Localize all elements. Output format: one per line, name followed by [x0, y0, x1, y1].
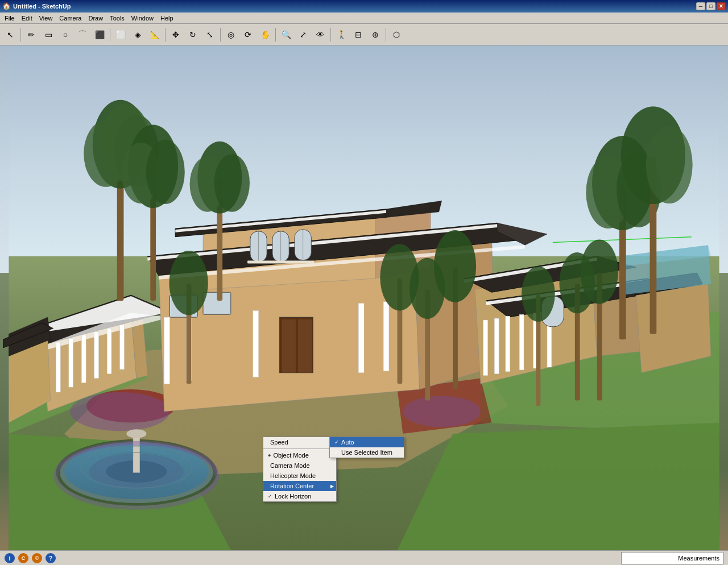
- toolbar-btn-zoom-fit[interactable]: ⤢: [295, 27, 311, 43]
- ctx-speed-label: Speed: [270, 439, 288, 446]
- toolbar-btn-walk[interactable]: 🚶: [333, 27, 349, 43]
- toolbar-sep-6: [110, 28, 110, 41]
- submenu-auto-label: Auto: [341, 439, 354, 446]
- submenu-use-selected[interactable]: ✓ Use Selected Item: [330, 447, 404, 458]
- toolbar-btn-push-pull[interactable]: ⬛: [92, 27, 107, 43]
- toolbar-btn-orbit[interactable]: ⟳: [240, 27, 256, 43]
- context-menu: Speed ▶ ● Object Mode Camera Mode Helico…: [263, 437, 337, 502]
- ctx-rotation-center[interactable]: Rotation Center: [263, 481, 336, 491]
- menu-item-window[interactable]: Window: [128, 14, 157, 23]
- svg-point-105: [434, 230, 476, 302]
- svg-rect-64: [483, 320, 488, 376]
- toolbar: ↖✏▭○⌒⬛⬜◈📐✥↻⤡◎⟳✋🔍⤢👁🚶⊟⊕⬡: [0, 24, 728, 45]
- svg-point-99: [169, 251, 208, 315]
- statusbar-left: i C © ?: [5, 553, 56, 563]
- toolbar-btn-offset[interactable]: ◎: [223, 27, 239, 43]
- submenu-use-selected-label: Use Selected Item: [341, 449, 392, 456]
- toolbar-sep-21: [386, 28, 386, 41]
- submenu-use-selected-check: ✓: [334, 450, 339, 455]
- svg-rect-65: [494, 318, 499, 374]
- toolbar-btn-section[interactable]: ⊟: [350, 27, 366, 43]
- info-icon-cc[interactable]: ©: [32, 553, 42, 563]
- info-icon-i[interactable]: i: [5, 553, 15, 563]
- svg-rect-21: [56, 342, 60, 392]
- 3d-scene: [0, 45, 728, 550]
- svg-rect-55: [383, 302, 389, 371]
- toolbar-btn-component[interactable]: ⬡: [388, 27, 404, 43]
- svg-rect-54: [358, 304, 364, 373]
- svg-point-112: [646, 126, 693, 203]
- submenu-auto[interactable]: ✓ Auto: [330, 437, 404, 447]
- svg-point-12: [70, 392, 170, 431]
- ctx-lock-horizon-label: Lock Horizon: [275, 493, 311, 500]
- titlebar-left: 🏠 Untitled - SketchUp: [2, 2, 71, 10]
- info-icon-c[interactable]: C: [18, 553, 28, 563]
- toolbar-btn-scale[interactable]: ⤡: [202, 27, 218, 43]
- toolbar-btn-eraser[interactable]: ⬜: [113, 27, 129, 43]
- toolbar-sep-18: [330, 28, 331, 41]
- toolbar-btn-pencil[interactable]: ✏: [23, 27, 39, 43]
- ctx-lock-horizon[interactable]: ✓ Lock Horizon: [263, 491, 336, 501]
- menu-item-edit[interactable]: Edit: [18, 14, 36, 23]
- toolbar-sep-15: [275, 28, 276, 41]
- menu-item-draw[interactable]: Draw: [85, 14, 106, 23]
- svg-rect-66: [506, 316, 510, 372]
- close-button[interactable]: ✕: [717, 2, 726, 10]
- menu-item-file[interactable]: File: [1, 14, 18, 23]
- toolbar-btn-look-around[interactable]: 👁: [312, 27, 328, 43]
- svg-rect-51: [164, 317, 170, 384]
- svg-rect-23: [81, 335, 86, 383]
- svg-rect-22: [69, 338, 73, 387]
- toolbar-btn-measure[interactable]: 📐: [147, 27, 163, 43]
- ctx-object-mode-dot: ●: [268, 452, 271, 458]
- ctx-object-mode-label: Object Mode: [273, 452, 308, 459]
- titlebar-title: Untitled - SketchUp: [13, 3, 71, 10]
- ctx-helicopter-mode[interactable]: Helicopter Mode: [263, 471, 336, 481]
- ctx-camera-mode[interactable]: Camera Mode: [263, 460, 336, 471]
- info-icon-q[interactable]: ?: [46, 553, 56, 563]
- titlebar-controls: ─ □ ✕: [696, 2, 726, 10]
- measurements-box[interactable]: Measurements: [621, 552, 723, 564]
- svg-rect-67: [519, 314, 524, 370]
- svg-rect-80: [133, 434, 140, 472]
- svg-rect-49: [282, 319, 296, 373]
- toolbar-btn-axes[interactable]: ⊕: [367, 27, 383, 43]
- minimize-button[interactable]: ─: [696, 2, 705, 10]
- toolbar-sep-12: [220, 28, 221, 41]
- ctx-helicopter-mode-label: Helicopter Mode: [270, 472, 316, 479]
- statusbar: i C © ? Measurements: [0, 550, 728, 565]
- toolbar-btn-move[interactable]: ✥: [168, 27, 184, 43]
- maximize-button[interactable]: □: [706, 2, 715, 10]
- svg-point-93: [146, 140, 185, 204]
- svg-rect-26: [120, 325, 125, 369]
- ctx-object-mode[interactable]: ● Object Mode: [263, 450, 336, 460]
- toolbar-btn-circle[interactable]: ○: [57, 27, 73, 43]
- svg-rect-53: [253, 310, 259, 377]
- menu-item-help[interactable]: Help: [157, 14, 177, 23]
- submenu-auto-check: ✓: [334, 439, 339, 445]
- menubar: FileEditViewCameraDrawToolsWindowHelp: [0, 13, 728, 24]
- menu-item-camera[interactable]: Camera: [56, 14, 85, 23]
- ctx-sep-1: [263, 448, 336, 449]
- toolbar-btn-arc[interactable]: ⌒: [75, 27, 90, 43]
- svg-point-97: [214, 154, 250, 211]
- svg-rect-25: [107, 329, 111, 374]
- ctx-speed[interactable]: Speed ▶: [263, 437, 336, 447]
- submenu-rotation-center: ✓ Auto ✓ Use Selected Item: [329, 437, 404, 458]
- toolbar-btn-select[interactable]: ↖: [2, 27, 18, 43]
- svg-point-118: [581, 240, 618, 304]
- measurements-label: Measurements: [678, 555, 719, 562]
- toolbar-btn-rotate[interactable]: ↻: [185, 27, 201, 43]
- menu-item-tools[interactable]: Tools: [106, 14, 128, 23]
- menu-item-view[interactable]: View: [36, 14, 56, 23]
- canvas-area[interactable]: Speed ▶ ● Object Mode Camera Mode Helico…: [0, 45, 728, 550]
- toolbar-btn-paint[interactable]: ◈: [130, 27, 146, 43]
- toolbar-btn-rectangle[interactable]: ▭: [40, 27, 56, 43]
- toolbar-btn-zoom[interactable]: 🔍: [278, 27, 294, 43]
- titlebar: 🏠 Untitled - SketchUp ─ □ ✕: [0, 0, 728, 13]
- toolbar-sep-1: [20, 28, 21, 41]
- ctx-lock-horizon-check: ✓: [268, 493, 272, 499]
- svg-rect-50: [298, 319, 312, 373]
- toolbar-btn-pan[interactable]: ✋: [257, 27, 273, 43]
- svg-point-81: [126, 429, 146, 438]
